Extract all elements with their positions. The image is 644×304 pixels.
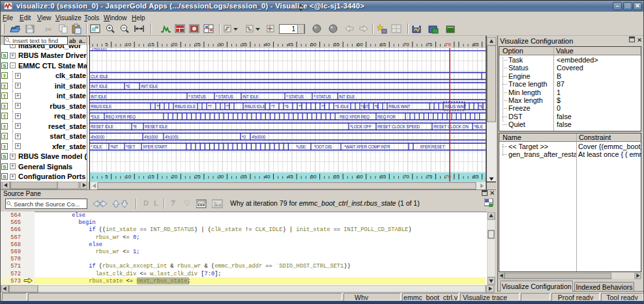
svg-text:*SET: *SET [126,145,135,149]
svg-text:*T: *T [208,104,212,109]
svg-text:4'b0000: 4'b0000 [252,135,266,139]
svg-text:* STATUS: * STATUS [216,94,233,99]
svg-text:20: 20 [171,174,177,180]
svg-text:79: 79 [445,42,451,48]
svg-text:*6: *6 [285,104,289,109]
svg-text:*T: *T [226,104,230,109]
svg-text:RBUS WAIT: RBUS WAIT [388,104,411,109]
svg-text:* STATUS: * STATUS [314,94,331,99]
svg-text:*E: *E [126,84,130,89]
svg-text:REQ XFER REQ: REQ XFER REQ [340,115,370,120]
svg-text:*LOCK OFF: *LOCK OFF [350,124,372,129]
svg-text:25: 25 [195,174,201,180]
svg-text:* IDLE: * IDLE [91,145,102,149]
svg-text:20: 20 [171,42,177,48]
svg-text:55: 55 [334,42,340,48]
svg-text:CLK IDLE: CLK IDLE [91,74,108,79]
svg-text:RESET CLOCK ON: RESET CLOCK ON [433,124,469,129]
svg-text:*NIT: *NIT [110,145,118,149]
svg-text:*E: *E [479,104,483,109]
svg-text:75: 75 [426,42,432,48]
svg-text:65: 65 [380,42,386,48]
svg-text:10: 10 [125,42,131,48]
svg-text:*WAIT XFER COMP INTR: *WAIT XFER COMP INTR [344,145,390,149]
svg-text:15: 15 [149,42,154,48]
svg-text:85: 85 [473,42,478,48]
svg-text:*T: *T [299,104,302,109]
svg-text:10: 10 [125,174,131,180]
svg-text:INT IDLE: INT IDLE [91,94,107,99]
svg-text:*OOT DIS: *OOT DIS [314,145,332,149]
svg-text:40: 40 [264,174,270,180]
svg-text:RBUS IDLE: RBUS IDLE [175,104,196,109]
svg-text:RBUS WAIT: RBUS WAIT [445,104,467,109]
svg-text:*DLE: *DLE [91,115,100,119]
svg-text:*USE: *USE [296,145,306,149]
svg-text:79: 79 [445,174,451,180]
svg-text:85: 85 [473,174,478,180]
svg-text:*S IDLE: *S IDLE [335,104,349,109]
svg-text:INIT IDLE: INIT IDLE [91,84,108,89]
svg-text:45: 45 [287,42,293,48]
svg-text:*T: *T [271,104,275,109]
svg-text:RBUS IDLE: RBUS IDLE [244,104,265,109]
svg-text:50: 50 [311,174,317,180]
svg-text:40: 40 [264,42,270,48]
svg-text:35: 35 [241,174,247,180]
svg-text:35: 35 [241,42,247,48]
svg-text:50: 50 [311,42,317,48]
svg-text:* STATUS: * STATUS [286,94,304,99]
svg-text:INT IDLE: INT IDLE [339,94,355,99]
svg-text:*AIT: *AIT [361,104,369,109]
svg-text:RESET IDLE: RESET IDLE [145,124,168,129]
svg-text:REQ XFER REQ: REQ XFER REQ [106,115,136,120]
svg-text:65: 65 [380,174,386,180]
svg-text:REQ FOR: REQ FOR [377,115,396,120]
svg-text:RBUS IDLE: RBUS IDLE [91,104,111,109]
svg-text:✂: ✂ [45,25,52,35]
svg-text:RESET IDLE: RESET IDLE [91,124,113,129]
svg-text:* STATUS: * STATUS [188,94,206,99]
svg-text:60: 60 [357,174,363,180]
svg-text:55: 55 [334,174,340,180]
svg-text:5: 5 [105,174,108,180]
svg-text:30: 30 [218,42,224,48]
svg-text:70: 70 [403,174,409,180]
svg-text:RESET CLOCK SPEED: RESET CLOCK SPEED [377,124,420,129]
svg-text:5: 5 [105,42,108,48]
svg-text:XFER RESET: XFER RESET [420,145,445,149]
svg-text:INT IDLE: INT IDLE [242,94,259,99]
svg-text:70: 70 [403,42,409,48]
svg-text:*BLE: *BLE [474,124,483,129]
svg-text:75: 75 [426,174,432,180]
svg-text:25: 25 [195,42,201,48]
svg-text:*6: *6 [375,104,379,109]
svg-text:4'b0000: 4'b0000 [91,135,105,139]
svg-text:*E: *E [133,124,137,129]
svg-text:*T: *T [321,104,325,109]
svg-text:30: 30 [218,174,224,180]
svg-text:60: 60 [357,42,363,48]
svg-text:4'b1001: 4'b1001 [165,135,179,139]
svg-text:15: 15 [149,174,154,180]
svg-text:4'b1000: 4'b1000 [144,135,158,139]
svg-text:INIT IDLE: INIT IDLE [141,84,158,89]
svg-text:XFER START: XFER START [143,145,167,149]
svg-text:*0: *0 [242,135,246,139]
svg-text:*T: *T [156,104,160,109]
svg-text:45: 45 [287,174,293,180]
